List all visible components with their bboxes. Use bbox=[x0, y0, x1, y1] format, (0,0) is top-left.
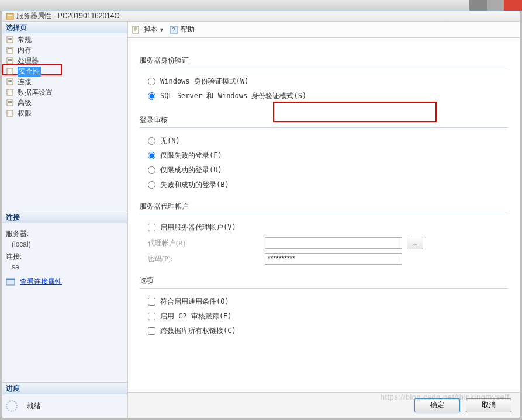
audit-success-radio[interactable] bbox=[148, 166, 155, 174]
svg-rect-28 bbox=[133, 26, 139, 33]
opt-c2-label: 启用 C2 审核跟踪(E) bbox=[160, 311, 232, 321]
toolbar: 脚本 ▼ ? 帮助 bbox=[128, 22, 520, 38]
main-panel: 脚本 ▼ ? 帮助 服务器身份验证 Windows 身份验证模式(W) bbox=[128, 22, 520, 418]
page-icon bbox=[6, 109, 15, 117]
proxy-password-row: 密码(P): bbox=[140, 251, 508, 266]
nav-label: 处理器 bbox=[18, 56, 39, 66]
divider bbox=[140, 288, 508, 289]
svg-rect-0 bbox=[6, 13, 13, 19]
proxy-password-label: 密码(P): bbox=[148, 254, 265, 264]
progress-header: 进度 bbox=[2, 383, 127, 394]
opt-chain-checkbox[interactable] bbox=[148, 327, 155, 335]
script-button[interactable]: 脚本 ▼ bbox=[132, 25, 164, 34]
help-button[interactable]: ? 帮助 bbox=[169, 25, 195, 34]
page-icon bbox=[6, 36, 15, 44]
opt-chain-label: 跨数据库所有权链接(C) bbox=[160, 326, 236, 336]
proxy-group: 服务器代理帐户 启用服务器代理帐户(V) 代理帐户(R): ... 密码(P): bbox=[140, 202, 508, 266]
audit-both-label: 失败和成功的登录(B) bbox=[160, 180, 229, 190]
audit-failed-radio[interactable] bbox=[148, 152, 155, 159]
server-label: 服务器: bbox=[6, 229, 124, 239]
audit-both-radio[interactable] bbox=[148, 181, 155, 189]
sidebar: 选择页 常规 内存 处理器 安全性 连接 数据库设置 高级 权限 连接 服务器:… bbox=[2, 22, 128, 418]
proxy-account-label: 代理帐户(R): bbox=[148, 238, 265, 248]
proxy-enable-checkbox[interactable] bbox=[148, 224, 155, 231]
nav-database-settings[interactable]: 数据库设置 bbox=[2, 87, 127, 98]
view-connection-text[interactable]: 查看连接属性 bbox=[20, 277, 62, 287]
nav-connections[interactable]: 连接 bbox=[2, 77, 127, 87]
opt-chain-row[interactable]: 跨数据库所有权链接(C) bbox=[140, 324, 508, 338]
desktop-taskbar: — □ × bbox=[0, 0, 522, 11]
auth-windows-label: Windows 身份验证模式(W) bbox=[160, 77, 248, 86]
options-group: 选项 符合启用通用条件(O) 启用 C2 审核跟踪(E) 跨数据库所有权链接(C… bbox=[140, 276, 508, 338]
nav-permissions[interactable]: 权限 bbox=[2, 108, 127, 119]
svg-rect-9 bbox=[8, 59, 12, 60]
chevron-down-icon: ▼ bbox=[159, 27, 164, 33]
minimize-button[interactable]: — bbox=[469, 0, 487, 11]
close-button[interactable]: × bbox=[504, 0, 522, 11]
conn-label: 连接: bbox=[6, 252, 124, 262]
page-icon bbox=[6, 57, 15, 65]
view-connection-link[interactable]: 查看连接属性 bbox=[6, 277, 124, 287]
auth-mixed-row[interactable]: SQL Server 和 Windows 身份验证模式(S) bbox=[140, 89, 508, 103]
svg-text:?: ? bbox=[172, 27, 175, 33]
divider bbox=[140, 68, 508, 68]
proxy-account-input[interactable] bbox=[265, 237, 402, 249]
titlebar: 服务器属性 - PC201901162014O bbox=[2, 11, 520, 22]
nav-general[interactable]: 常规 bbox=[2, 34, 127, 45]
ok-button[interactable]: 确定 bbox=[414, 398, 460, 412]
nav-label: 内存 bbox=[18, 46, 32, 55]
content: 选择页 常规 内存 处理器 安全性 连接 数据库设置 高级 权限 连接 服务器:… bbox=[2, 22, 520, 418]
opt-common-row[interactable]: 符合启用通用条件(O) bbox=[140, 294, 508, 309]
page-icon bbox=[6, 88, 15, 96]
nav-advanced[interactable]: 高级 bbox=[2, 98, 127, 108]
auth-windows-radio[interactable] bbox=[148, 78, 155, 85]
svg-rect-21 bbox=[8, 101, 12, 102]
nav-memory[interactable]: 内存 bbox=[2, 45, 127, 55]
nav-label: 高级 bbox=[18, 98, 32, 108]
nav-label: 安全性 bbox=[18, 67, 41, 77]
options-title: 选项 bbox=[140, 276, 508, 286]
proxy-enable-row[interactable]: 启用服务器代理帐户(V) bbox=[140, 220, 508, 235]
audit-success-row[interactable]: 仅限成功的登录(U) bbox=[140, 163, 508, 178]
script-label: 脚本 bbox=[143, 25, 157, 34]
proxy-enable-label: 启用服务器代理帐户(V) bbox=[160, 223, 236, 232]
window-title: 服务器属性 - PC201901162014O bbox=[16, 11, 120, 21]
progress-spinner-icon bbox=[6, 400, 18, 412]
help-label: 帮助 bbox=[181, 25, 195, 34]
audit-none-radio[interactable] bbox=[148, 137, 155, 145]
maximize-button[interactable]: □ bbox=[487, 0, 504, 11]
progress-row: 就绪 bbox=[6, 400, 124, 412]
nav-label: 常规 bbox=[18, 35, 32, 45]
svg-rect-24 bbox=[8, 112, 12, 112]
audit-group: 登录审核 无(N) 仅限失败的登录(F) 仅限成功的登录(U) 失败和成功的登录… bbox=[140, 115, 508, 192]
page-icon bbox=[6, 46, 15, 54]
audit-none-row[interactable]: 无(N) bbox=[140, 134, 508, 148]
connection-section: 连接 服务器: (local) 连接: sa 查看连接属性 bbox=[2, 211, 127, 291]
auth-mixed-radio[interactable] bbox=[148, 92, 155, 100]
opt-c2-row[interactable]: 启用 C2 审核跟踪(E) bbox=[140, 309, 508, 324]
svg-rect-4 bbox=[8, 39, 12, 40]
connection-info: 服务器: (local) 连接: sa 查看连接属性 bbox=[2, 223, 127, 291]
svg-rect-1 bbox=[8, 15, 12, 16]
svg-rect-12 bbox=[8, 70, 12, 70]
audit-failed-row[interactable]: 仅限失败的登录(F) bbox=[140, 148, 508, 163]
audit-both-row[interactable]: 失败和成功的登录(B) bbox=[140, 178, 508, 192]
nav-label: 数据库设置 bbox=[18, 88, 53, 98]
proxy-title: 服务器代理帐户 bbox=[140, 202, 508, 211]
opt-c2-checkbox[interactable] bbox=[148, 313, 155, 320]
opt-common-checkbox[interactable] bbox=[148, 298, 155, 306]
proxy-password-input[interactable] bbox=[265, 253, 402, 265]
browse-button[interactable]: ... bbox=[407, 237, 423, 249]
cancel-button[interactable]: 取消 bbox=[466, 398, 511, 412]
svg-rect-16 bbox=[8, 81, 12, 82]
nav-security[interactable]: 安全性 bbox=[2, 66, 127, 77]
svg-rect-19 bbox=[8, 92, 12, 92]
svg-rect-22 bbox=[8, 102, 12, 103]
nav-processor[interactable]: 处理器 bbox=[2, 55, 127, 66]
page-icon bbox=[6, 99, 15, 107]
audit-title: 登录审核 bbox=[140, 115, 508, 125]
audit-none-label: 无(N) bbox=[160, 136, 180, 146]
page-icon bbox=[6, 78, 15, 86]
auth-windows-row[interactable]: Windows 身份验证模式(W) bbox=[140, 74, 508, 89]
properties-icon bbox=[6, 277, 16, 286]
